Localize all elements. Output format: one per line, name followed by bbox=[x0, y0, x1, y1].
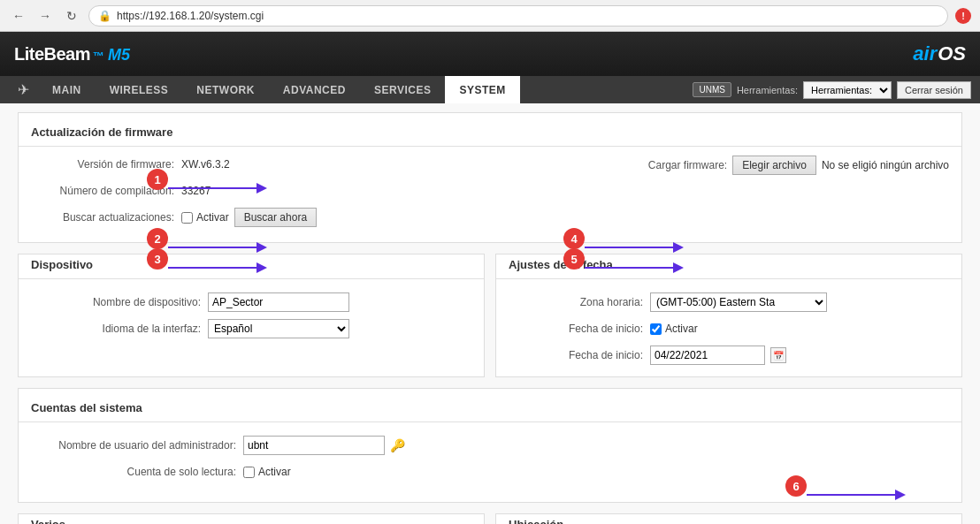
admin-name-input[interactable] bbox=[243, 436, 385, 455]
tab-main[interactable]: MAIN bbox=[38, 76, 96, 103]
nav-bar: ✈ MAIN WIRELESS NETWORK ADVANCED SERVICE… bbox=[0, 76, 980, 103]
firmware-left: Versión de firmware: XW.v6.3.2 Número de… bbox=[31, 154, 631, 233]
brand-trademark: ™ bbox=[93, 49, 104, 63]
firmware-build-row: Número de compilación: 33267 bbox=[31, 180, 631, 201]
admin-name-row: Nombre de usuario del administrador: 🔑 bbox=[31, 435, 949, 456]
varios-section: Varios Botón de reinicio: [?] Activar bbox=[18, 513, 485, 524]
lock-icon: 🔒 bbox=[98, 10, 111, 22]
varios-section-title: Varios bbox=[19, 514, 484, 524]
readonly-checkbox[interactable] bbox=[243, 467, 255, 478]
forward-button[interactable]: → bbox=[35, 6, 55, 26]
accounts-section-title: Cuentas del sistema bbox=[19, 398, 961, 422]
start-date-input-row: Fecha de inicio: 📅 bbox=[509, 345, 949, 366]
alert-icon: ! bbox=[955, 8, 971, 24]
nav-right: UNMS Herramientas: Herramientas: Ping Tr… bbox=[693, 76, 971, 103]
back-button[interactable]: ← bbox=[9, 6, 28, 26]
start-date-checkbox-row: Fecha de inicio: Activar bbox=[509, 318, 949, 339]
start-date-input[interactable] bbox=[650, 346, 765, 365]
start-date-label1: Fecha de inicio: bbox=[509, 323, 650, 335]
tab-services[interactable]: SERVICES bbox=[360, 76, 445, 103]
key-icon[interactable]: 🔑 bbox=[390, 438, 405, 452]
device-section: Dispositivo Nombre de dispositivo: Idiom… bbox=[18, 254, 485, 377]
tab-network[interactable]: NETWORK bbox=[182, 76, 269, 103]
admin-name-controls: 🔑 bbox=[243, 436, 405, 455]
firmware-version-row: Versión de firmware: XW.v6.3.2 bbox=[31, 154, 631, 175]
device-section-title: Dispositivo bbox=[19, 254, 484, 279]
readonly-label: Cuenta de solo lectura: bbox=[31, 466, 243, 478]
start-date-input-group: 📅 bbox=[650, 346, 786, 365]
tab-system[interactable]: SYSTEM bbox=[445, 76, 519, 103]
firmware-right: Cargar firmware: Elegir archivo No se el… bbox=[648, 154, 949, 175]
nav-left: ✈ MAIN WIRELESS NETWORK ADVANCED SERVICE… bbox=[9, 76, 520, 103]
firmware-update-checkbox[interactable] bbox=[181, 212, 193, 224]
date-section-title: Ajustes de la fecha bbox=[496, 254, 961, 279]
firmware-build-value: 33267 bbox=[181, 185, 211, 197]
main-content: Actualización de firmware Versión de fir… bbox=[0, 103, 980, 524]
firmware-version-label: Versión de firmware: bbox=[31, 158, 181, 171]
ubicacion-section-title: Ubicación bbox=[496, 514, 961, 524]
tab-advanced[interactable]: ADVANCED bbox=[269, 76, 360, 103]
start-date-checkbox-controls: Activar bbox=[650, 323, 698, 335]
date-section-body: Zona horaria: (GMT-05:00) Eastern Sta (G… bbox=[496, 286, 961, 376]
date-section: Ajustes de la fecha Zona horaria: (GMT-0… bbox=[495, 254, 962, 377]
device-name-row: Nombre de dispositivo: bbox=[31, 292, 471, 313]
calendar-icon[interactable]: 📅 bbox=[770, 347, 786, 363]
timezone-select[interactable]: (GMT-05:00) Eastern Sta (GMT-00:00) UTC bbox=[650, 292, 827, 312]
device-name-label: Nombre de dispositivo: bbox=[31, 296, 208, 308]
logout-button[interactable]: Cerrar sesión bbox=[897, 81, 971, 99]
firmware-build-label: Número de compilación: bbox=[31, 185, 181, 197]
device-date-row: Dispositivo Nombre de dispositivo: Idiom… bbox=[18, 254, 962, 388]
device-language-label: Idioma de la interfaz: bbox=[31, 323, 208, 335]
os-text: OS bbox=[938, 42, 966, 65]
tools-label: Herramientas: bbox=[737, 85, 798, 95]
firmware-search-button[interactable]: Buscar ahora bbox=[234, 208, 317, 227]
device-name-input[interactable] bbox=[208, 292, 349, 312]
url-text: https://192.168.1.20/system.cgi bbox=[117, 10, 264, 22]
brand-lite: LiteBeam bbox=[14, 44, 90, 65]
accounts-section: Cuentas del sistema Nombre de usuario de… bbox=[18, 388, 962, 503]
readonly-checkbox-row: Activar bbox=[243, 466, 291, 478]
device-ui: LiteBeam ™ M5 air OS ✈ MAIN WIRELESS NET… bbox=[0, 32, 980, 524]
firmware-section-title: Actualización de firmware bbox=[19, 122, 961, 147]
firmware-choose-file-button[interactable]: Elegir archivo bbox=[732, 156, 816, 175]
start-date-checkbox-label: Activar bbox=[665, 323, 698, 335]
readonly-checkbox-label: Activar bbox=[258, 466, 291, 478]
brand-model: M5 bbox=[108, 46, 130, 65]
readonly-row: Cuenta de solo lectura: Activar bbox=[31, 461, 949, 482]
browser-toolbar: ← → ↻ 🔒 https://192.168.1.20/system.cgi … bbox=[0, 0, 980, 32]
unms-badge[interactable]: UNMS bbox=[693, 82, 731, 97]
air-text: air bbox=[913, 42, 937, 65]
firmware-section: Actualización de firmware Versión de fir… bbox=[18, 112, 962, 243]
tab-wireless[interactable]: WIRELESS bbox=[96, 76, 183, 103]
timezone-label: Zona horaria: bbox=[509, 296, 650, 308]
tools-select[interactable]: Herramientas: Ping Traceroute bbox=[803, 81, 892, 99]
admin-name-label: Nombre de usuario del administrador: bbox=[31, 439, 243, 452]
firmware-update-label: Buscar actualizaciones: bbox=[31, 211, 181, 224]
timezone-row: Zona horaria: (GMT-05:00) Eastern Sta (G… bbox=[509, 292, 949, 313]
firmware-no-file-text: No se eligió ningún archivo bbox=[822, 159, 949, 171]
brand-logo: LiteBeam ™ M5 bbox=[14, 44, 130, 65]
device-section-body: Nombre de dispositivo: Idioma de la inte… bbox=[19, 286, 484, 350]
nav-icon-tab[interactable]: ✈ bbox=[9, 76, 38, 103]
ubicacion-section: Ubicación Latitud: Longitud: bbox=[495, 513, 962, 524]
airios-logo: air OS bbox=[913, 42, 966, 65]
firmware-update-controls: Activar Buscar ahora bbox=[181, 208, 317, 227]
url-bar[interactable]: 🔒 https://192.168.1.20/system.cgi bbox=[88, 5, 948, 27]
accounts-section-body: Nombre de usuario del administrador: 🔑 C… bbox=[19, 429, 961, 493]
firmware-top-row: Versión de firmware: XW.v6.3.2 Número de… bbox=[19, 154, 961, 233]
start-date-label2: Fecha de inicio: bbox=[509, 349, 650, 361]
device-language-row: Idioma de la interfaz: Español English P… bbox=[31, 318, 471, 339]
refresh-button[interactable]: ↻ bbox=[62, 6, 81, 26]
firmware-version-value: XW.v6.3.2 bbox=[181, 158, 230, 171]
device-language-select[interactable]: Español English Português bbox=[208, 319, 349, 338]
firmware-update-checkbox-row: Activar bbox=[181, 211, 229, 224]
firmware-update-checkbox-label: Activar bbox=[196, 211, 229, 224]
firmware-update-row: Buscar actualizaciones: Activar Buscar a… bbox=[31, 207, 631, 228]
device-header: LiteBeam ™ M5 air OS bbox=[0, 32, 980, 76]
varios-ubicacion-row: Varios Botón de reinicio: [?] Activar bbox=[18, 513, 962, 524]
start-date-checkbox[interactable] bbox=[650, 323, 662, 335]
firmware-upload-label: Cargar firmware: bbox=[648, 159, 727, 171]
